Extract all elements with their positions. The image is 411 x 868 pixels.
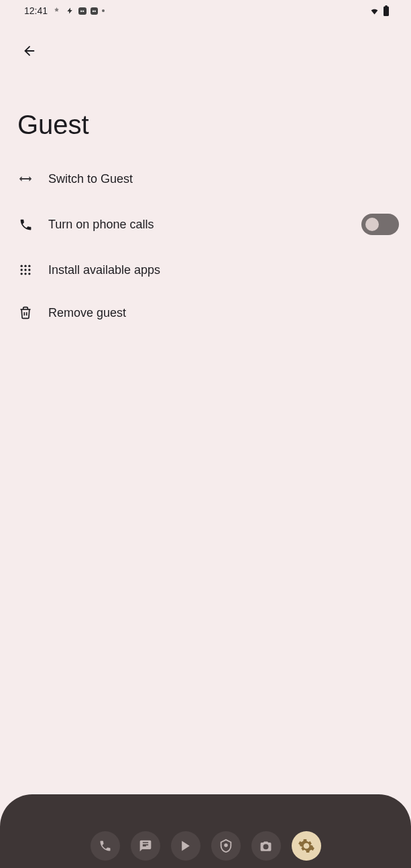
phone-calls-toggle[interactable]	[361, 214, 399, 235]
more-notifications-dot	[102, 9, 105, 12]
gear-icon	[298, 837, 315, 855]
shield-icon	[219, 839, 233, 853]
dock-messages[interactable]	[131, 831, 160, 861]
dock-camera[interactable]	[251, 831, 281, 861]
alarm-icon	[52, 6, 61, 15]
status-bar: 12:41 ▪▪ ▪▪	[0, 0, 411, 21]
install-apps-label: Install available apps	[48, 263, 399, 277]
svg-point-13	[224, 843, 228, 847]
phone-icon	[99, 839, 112, 853]
svg-point-5	[21, 269, 23, 271]
app-bar	[0, 21, 411, 60]
lightning-icon	[65, 6, 74, 15]
apps-grid-icon	[17, 262, 34, 278]
dock-chrome[interactable]	[211, 831, 241, 861]
switch-to-guest-item[interactable]: Switch to Guest	[0, 157, 411, 200]
notification-badge-1: ▪▪	[78, 7, 86, 15]
svg-point-14	[264, 845, 268, 848]
message-icon	[139, 839, 152, 853]
phone-calls-label: Turn on phone calls	[48, 218, 361, 232]
dock-play-store[interactable]	[171, 831, 200, 861]
remove-guest-item[interactable]: Remove guest	[0, 291, 411, 334]
play-icon	[179, 839, 192, 853]
status-left: 12:41 ▪▪ ▪▪	[24, 5, 105, 16]
svg-point-4	[28, 265, 30, 267]
svg-point-10	[28, 273, 30, 275]
arrow-left-icon	[22, 44, 37, 58]
swap-icon	[17, 171, 34, 187]
svg-point-3	[24, 265, 26, 267]
dock	[0, 824, 411, 868]
page-title: Guest	[0, 60, 411, 157]
svg-rect-1	[385, 5, 387, 7]
back-button[interactable]	[20, 42, 39, 60]
svg-point-6	[24, 269, 26, 271]
status-time: 12:41	[24, 5, 48, 16]
svg-point-8	[21, 273, 23, 275]
wifi-icon	[369, 7, 380, 15]
camera-icon	[259, 840, 273, 853]
trash-icon	[17, 305, 34, 321]
phone-calls-item[interactable]: Turn on phone calls	[0, 200, 411, 248]
svg-point-9	[24, 273, 26, 275]
switch-to-guest-label: Switch to Guest	[48, 172, 399, 186]
battery-icon	[383, 5, 390, 16]
remove-guest-label: Remove guest	[48, 306, 399, 320]
phone-icon	[17, 216, 34, 232]
toggle-thumb	[365, 218, 379, 231]
svg-rect-0	[384, 7, 389, 16]
notification-badge-2: ▪▪	[91, 7, 99, 15]
dock-phone[interactable]	[91, 831, 120, 861]
status-right	[369, 5, 390, 16]
svg-point-2	[21, 265, 23, 267]
dock-settings[interactable]	[292, 831, 321, 861]
settings-list: Switch to Guest Turn on phone calls Inst…	[0, 157, 411, 334]
svg-point-7	[28, 269, 30, 271]
install-apps-item[interactable]: Install available apps	[0, 248, 411, 291]
